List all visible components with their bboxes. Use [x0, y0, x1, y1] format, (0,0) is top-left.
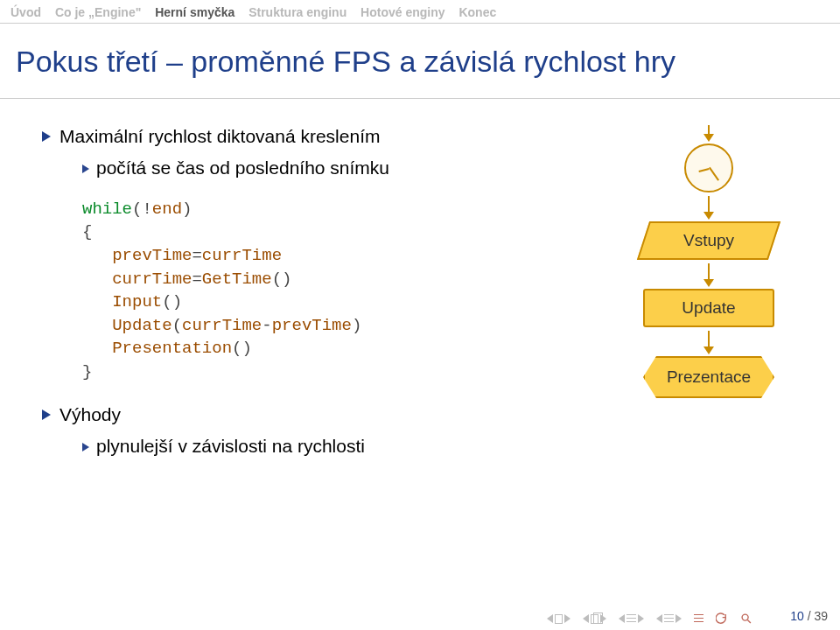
code-op: =: [192, 246, 201, 265]
nav-item-konec[interactable]: Konec: [458, 5, 496, 19]
code-ident: currTime: [202, 246, 282, 265]
page-number: 10 / 39: [790, 609, 828, 623]
flow-label: Vstupy: [683, 231, 734, 250]
flow-node-clock: [684, 144, 733, 192]
nav-item-hotove[interactable]: Hotové enginy: [360, 5, 444, 19]
title-separator: [0, 98, 840, 99]
subbullet-time-since-last: počítá se čas od posledního snímku: [82, 155, 578, 181]
nav-prev-section-icon[interactable]: [583, 614, 606, 624]
flow-label: Prezentace: [667, 368, 751, 387]
code-seg: (!: [132, 200, 152, 219]
code-paren: (): [232, 339, 252, 358]
code-keyword-while: while: [82, 200, 132, 219]
code-ident: Input: [112, 292, 162, 312]
bullet-text: počítá se čas od posledního snímku: [96, 158, 389, 178]
code-paren: (): [272, 270, 292, 289]
flow-node-presentation: Prezentace: [643, 356, 774, 398]
bullet-advantages: Výhody: [42, 402, 578, 428]
bullet-text: plynulejší v závislosti na rychlosti: [96, 436, 365, 456]
code-paren: ): [352, 316, 361, 335]
code-brace: {: [82, 222, 92, 242]
nav-item-herni-smycka[interactable]: Herní smyčka: [155, 5, 234, 19]
slide-title: Pokus třetí – proměnné FPS a závislá ryc…: [0, 32, 840, 91]
code-seg: ): [182, 200, 192, 219]
nav-back-icon[interactable]: [716, 612, 728, 625]
code-paren: (): [162, 292, 182, 312]
page-sep: /: [804, 609, 815, 623]
subbullet-smoother: plynulejší v závislosti na rychlosti: [82, 433, 578, 459]
code-brace: }: [82, 362, 92, 382]
nav-prev-icon[interactable]: [619, 614, 644, 623]
code-op: =: [192, 270, 201, 289]
nav-next-icon[interactable]: [656, 614, 682, 623]
code-block: while(!end) { prevTime=currTime currTime…: [82, 198, 578, 384]
svg-point-0: [742, 614, 748, 620]
nav-item-struktura[interactable]: Struktura enginu: [248, 5, 346, 19]
beamer-nav-icons: [547, 612, 752, 625]
section-nav: Úvod Co je „Engine" Herní smyčka Struktu…: [0, 0, 840, 23]
bullet-icon: [42, 131, 51, 142]
flow-node-update: Update: [643, 289, 774, 327]
flowchart: Vstupy Update Prezentace: [578, 123, 814, 466]
code-ident: Presentation: [112, 339, 232, 358]
bullet-max-speed: Maximální rychlost diktovaná kreslením: [42, 123, 578, 150]
slide: Úvod Co je „Engine" Herní smyčka Struktu…: [0, 0, 840, 630]
nav-lines-icon[interactable]: [694, 614, 704, 623]
code-ident: prevTime: [272, 316, 352, 335]
code-op: -: [262, 316, 271, 335]
nav-first-icon[interactable]: [547, 614, 570, 624]
page-total: 39: [814, 609, 828, 623]
code-ident: currTime: [182, 316, 262, 335]
svg-line-1: [747, 620, 751, 623]
code-literal-end: end: [152, 200, 182, 219]
flow-node-inputs: Vstupy: [637, 221, 780, 260]
content-left: Maximální rychlost diktovaná kreslením p…: [42, 123, 578, 466]
code-ident: currTime: [112, 270, 192, 289]
nav-search-icon[interactable]: [740, 612, 752, 625]
bullet-icon: [82, 164, 89, 173]
nav-item-engine[interactable]: Co je „Engine": [55, 5, 141, 19]
page-current: 10: [790, 609, 804, 623]
bullet-icon: [82, 443, 89, 452]
bullet-text: Výhody: [60, 404, 121, 424]
bullet-icon: [42, 410, 51, 420]
flow-label: Update: [682, 298, 735, 318]
nav-separator: [0, 23, 840, 24]
nav-item-uvod[interactable]: Úvod: [10, 5, 41, 19]
bullet-text: Maximální rychlost diktovaná kreslením: [60, 126, 380, 146]
code-ident: GetTime: [202, 270, 272, 289]
code-ident: prevTime: [112, 246, 192, 265]
code-paren: (: [172, 316, 182, 335]
code-ident: Update: [112, 316, 172, 335]
